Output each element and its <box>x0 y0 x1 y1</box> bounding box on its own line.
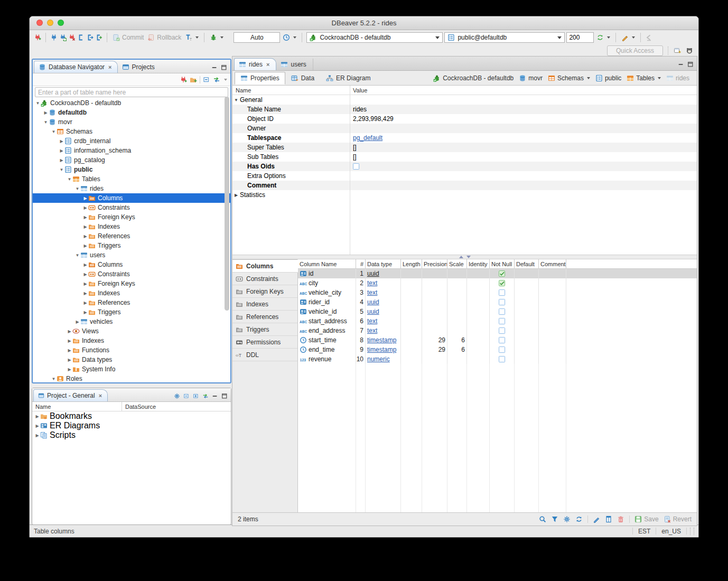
tree-item-vehicles[interactable]: ▶ vehicles <box>33 317 230 326</box>
minimize-panel-icon[interactable] <box>678 61 684 68</box>
breadcrumb-rides[interactable]: rides <box>666 74 689 82</box>
not-null-checkbox-unchecked[interactable] <box>499 289 506 296</box>
tree-item-triggers[interactable]: ▶ Triggers <box>33 307 230 317</box>
tree-item-schemas[interactable]: ▼ Schemas <box>33 127 230 136</box>
not-null-checkbox-unchecked[interactable] <box>499 356 506 363</box>
expand-arrow[interactable]: ▶ <box>82 196 88 201</box>
chevron-down-icon[interactable] <box>658 77 661 79</box>
property-row[interactable]: Table Namerides <box>232 105 697 114</box>
close-icon[interactable]: × <box>99 392 102 399</box>
expand-arrow[interactable]: ▶ <box>82 205 88 210</box>
search-icon[interactable] <box>539 516 546 523</box>
tree-item-movr[interactable]: ▼ movr <box>33 117 230 127</box>
dbeaver-perspective-icon[interactable] <box>686 47 693 54</box>
data-type-link[interactable]: uuid <box>367 308 379 315</box>
filter-icon[interactable] <box>551 516 558 523</box>
tree-item-crdb-internal[interactable]: ▶ crdb_internal <box>33 136 230 146</box>
property-value-link[interactable]: pg_default <box>353 134 382 142</box>
expand-arrow[interactable]: ▶ <box>82 263 88 267</box>
tree-item-indexes[interactable]: ▶ Indexes <box>33 222 230 231</box>
tree-item-references[interactable]: ▶ References <box>33 298 230 307</box>
sql-format-button[interactable] <box>620 32 636 43</box>
detail-tab-triggers[interactable]: Triggers <box>232 323 297 336</box>
tree-item-cockroachdb-defaultdb[interactable]: ▼ CockroachDB - defaultdb <box>33 98 230 108</box>
subtab-data[interactable]: Data <box>285 72 320 85</box>
collapse-all-icon[interactable] <box>203 76 210 83</box>
splitter-sash[interactable] <box>232 255 697 259</box>
connection-select[interactable]: CockroachDB - defaultdb <box>306 32 443 43</box>
expand-arrow[interactable]: ▶ <box>82 272 88 277</box>
open-sql-script-icon[interactable] <box>86 34 94 41</box>
detail-tab-constraints[interactable]: Constraints <box>232 273 297 285</box>
tree-item-rides[interactable]: ▼ rides <box>33 184 230 193</box>
breadcrumb-schemas[interactable]: Schemas <box>548 74 590 82</box>
data-type-link[interactable]: uuid <box>367 270 379 277</box>
not-null-checkbox-checked[interactable] <box>499 270 506 277</box>
column-header-name[interactable]: Name <box>32 402 122 411</box>
grid-header-comment[interactable]: Comment <box>539 259 566 268</box>
expand-arrow[interactable]: ▶ <box>82 291 88 296</box>
schema-select[interactable]: public@defaultdb <box>444 32 565 43</box>
properties-value-header[interactable]: Value <box>350 86 367 95</box>
data-type-link[interactable]: text <box>367 327 377 334</box>
tree-item-system-info[interactable]: ▶ System Info <box>33 364 230 374</box>
back-history-icon[interactable] <box>645 34 652 41</box>
expand-arrow[interactable]: ▼ <box>74 186 80 191</box>
open-perspective-icon[interactable] <box>674 47 681 54</box>
tree-item-constraints[interactable]: ▶ Constraints <box>33 203 230 212</box>
reconnect-icon[interactable] <box>59 34 67 41</box>
expand-arrow[interactable]: ▶ <box>74 320 80 324</box>
detail-tab-permissions[interactable]: Permissions <box>232 336 297 349</box>
project-item-bookmarks[interactable]: ▶ Bookmarks <box>32 411 231 421</box>
not-null-checkbox-unchecked[interactable] <box>499 337 506 344</box>
expand-arrow[interactable]: ▼ <box>232 98 240 102</box>
grid-row-city[interactable]: ABCcity2text <box>298 278 697 288</box>
tree-item-public[interactable]: ▼ public <box>33 165 230 174</box>
grid-row-end_address[interactable]: ABCend_address7text <box>298 326 697 335</box>
grid-header-data-type[interactable]: Data type <box>366 259 401 268</box>
tab-project-general[interactable]: Project - General × <box>33 389 108 401</box>
refresh-icon[interactable] <box>575 516 583 523</box>
minimize-panel-icon[interactable] <box>212 393 218 399</box>
link-with-editor-icon[interactable] <box>202 393 209 399</box>
transaction-mode-button[interactable] <box>184 32 200 43</box>
grid-row-vehicle_id[interactable]: vehicle_id5uuid <box>298 307 697 316</box>
save-button[interactable]: Save <box>634 516 658 523</box>
checkbox-unchecked-icon[interactable] <box>353 163 360 170</box>
subtab-properties[interactable]: Properties <box>235 72 285 85</box>
property-row[interactable]: Sub Tables[] <box>232 152 697 162</box>
not-null-checkbox-unchecked[interactable] <box>499 327 506 334</box>
connect-icon[interactable] <box>50 34 58 41</box>
minimize-panel-icon[interactable] <box>211 64 218 71</box>
commit-button[interactable]: Commit <box>111 32 145 43</box>
gear-icon[interactable] <box>563 516 571 523</box>
tree-item-foreign-keys[interactable]: ▶ Foreign Keys <box>33 279 230 288</box>
quick-access-button[interactable]: Quick Access <box>607 45 663 56</box>
property-row[interactable]: ▼General <box>232 95 697 105</box>
grid-row-start_address[interactable]: ABCstart_address6text <box>298 316 697 326</box>
tree-item-roles[interactable]: ▼ Roles <box>33 374 230 383</box>
expand-arrow[interactable]: ▼ <box>51 377 57 381</box>
grid-row-revenue[interactable]: 123revenue10numeric <box>298 354 697 364</box>
delete-icon[interactable] <box>617 516 624 523</box>
expand-arrow[interactable]: ▶ <box>34 433 40 438</box>
expand-arrow[interactable]: ▶ <box>82 243 88 248</box>
data-type-link[interactable]: text <box>367 279 377 287</box>
tree-item-foreign-keys[interactable]: ▶ Foreign Keys <box>33 212 230 222</box>
chevron-down-icon[interactable] <box>587 77 590 79</box>
sash-down-icon[interactable] <box>466 256 471 258</box>
expand-arrow[interactable]: ▶ <box>67 329 72 334</box>
edit-icon[interactable] <box>593 516 600 523</box>
editor-tab-users[interactable]: users <box>276 59 313 70</box>
expand-arrow[interactable]: ▶ <box>82 310 88 315</box>
grid-header--[interactable]: # <box>356 259 366 268</box>
detail-tab-foreign-keys[interactable]: Foreign Keys <box>232 285 297 298</box>
debug-button[interactable] <box>209 32 225 43</box>
tree-item-columns[interactable]: ▶ Columns <box>33 193 230 203</box>
tree-item-columns[interactable]: ▶ Columns <box>33 260 230 269</box>
expand-arrow[interactable]: ▶ <box>67 367 72 372</box>
rollback-button[interactable]: Rollback <box>146 32 182 43</box>
property-value[interactable]: [] <box>353 144 357 151</box>
tree-item-functions[interactable]: ▶ Functions <box>33 345 230 355</box>
expand-arrow[interactable]: ▶ <box>59 158 64 163</box>
